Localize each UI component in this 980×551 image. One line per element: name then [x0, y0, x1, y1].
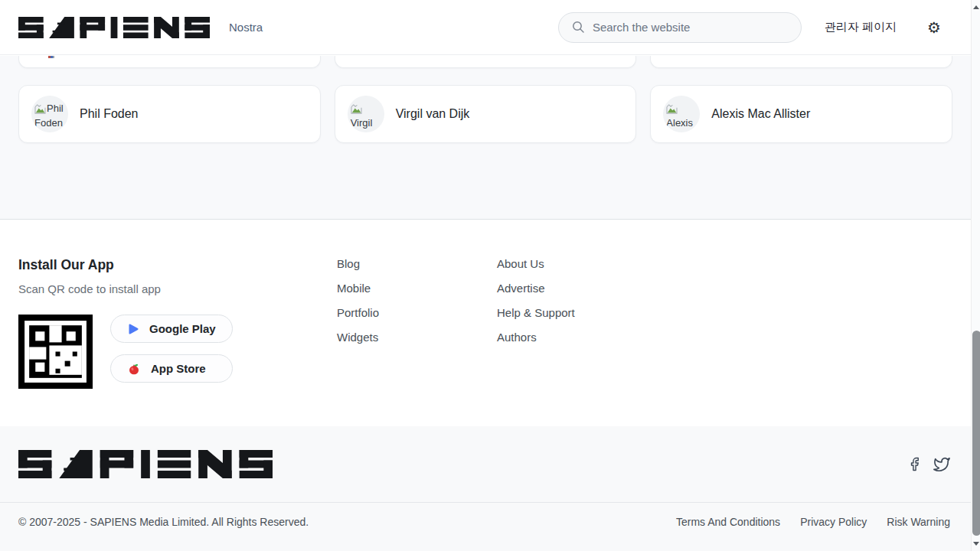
facebook-icon[interactable] — [907, 457, 922, 471]
footer-link-blog[interactable]: Blog — [337, 258, 497, 269]
footer-links-column-2: About Us Advertise Help & Support Author… — [497, 257, 657, 426]
player-name: Alexis Mac Allister — [711, 107, 810, 121]
card-partial[interactable] — [335, 56, 637, 68]
avatar: Phil Foden — [31, 96, 68, 132]
site-header: Nostra 관리자 페이지 ⚙ — [0, 0, 971, 55]
brand-suffix: Nostra — [229, 21, 263, 34]
sapiens-logo-icon — [18, 450, 273, 478]
footer-bottom-top-row — [0, 426, 971, 478]
sapiens-logo-icon — [18, 17, 210, 38]
player-card[interactable]: Phil Foden Phil Foden — [18, 85, 321, 143]
risk-link[interactable]: Risk Warning — [887, 516, 950, 528]
footer-link-authors[interactable]: Authors — [497, 331, 657, 343]
broken-image-icon — [351, 104, 362, 114]
terms-link[interactable]: Terms And Conditions — [676, 516, 780, 528]
app-store-button[interactable]: App Store — [110, 354, 233, 383]
footer-link-portfolio[interactable]: Portfolio — [337, 307, 497, 318]
player-name: Virgil van Dijk — [396, 107, 470, 121]
google-play-icon — [128, 324, 139, 334]
footer-link-widgets[interactable]: Widgets — [337, 331, 497, 343]
sapiens-logo[interactable] — [18, 17, 210, 38]
legal-links: Terms And Conditions Privacy Policy Risk… — [676, 516, 950, 528]
broken-image-icon — [34, 104, 46, 114]
broken-image-icon — [666, 104, 678, 114]
scroll-up-arrow-icon[interactable] — [973, 5, 979, 9]
qr-code — [18, 315, 93, 389]
footer-sapiens-logo[interactable] — [18, 450, 273, 478]
page: Nostra 관리자 페이지 ⚙ Phil Foden Phil Foden — [0, 0, 980, 551]
scrollbar-thumb[interactable] — [972, 331, 980, 536]
footer-main: Install Our App Scan QR code to install … — [0, 220, 971, 426]
clipped-avatar-sliver — [48, 56, 54, 58]
player-card[interactable]: Alexis Mac Allister Alexis Mac Allister — [650, 85, 952, 143]
install-app-block: Install Our App Scan QR code to install … — [18, 257, 337, 426]
cards-section: Phil Foden Phil Foden Virgil van Dijk Vi… — [0, 56, 971, 220]
social-links — [907, 456, 950, 473]
install-app-title: Install Our App — [18, 257, 337, 272]
footer-link-about[interactable]: About Us — [497, 258, 657, 269]
card-partial[interactable] — [18, 56, 321, 68]
install-app-row: Google Play App Store — [18, 315, 337, 389]
avatar-alt-text: Alexis Mac Allister — [666, 117, 696, 132]
footer-link-advertise[interactable]: Advertise — [497, 282, 657, 294]
scrollbar[interactable] — [971, 0, 980, 551]
partial-card-row — [18, 56, 952, 68]
scroll-down-arrow-icon[interactable] — [973, 542, 979, 546]
footer-links-column-1: Blog Mobile Portfolio Widgets — [337, 257, 497, 426]
footer-spacer — [657, 257, 952, 426]
gear-icon[interactable]: ⚙ — [927, 20, 941, 35]
player-card[interactable]: Virgil van Dijk Virgil van Dijk — [335, 85, 637, 143]
card-partial[interactable] — [650, 56, 952, 68]
store-buttons: Google Play App Store — [110, 315, 233, 383]
footer-link-help[interactable]: Help & Support — [497, 307, 657, 318]
admin-page-link[interactable]: 관리자 페이지 — [825, 20, 897, 34]
install-app-subtitle: Scan QR code to install app — [18, 283, 337, 295]
footer-legal-row: © 2007-2025 - SAPIENS Media Limited. All… — [0, 503, 971, 528]
avatar-alt-text: Virgil van Dijk — [351, 117, 373, 132]
apple-icon — [128, 363, 140, 375]
google-play-button[interactable]: Google Play — [110, 315, 233, 343]
avatar: Alexis Mac Allister — [663, 96, 700, 132]
player-card-row: Phil Foden Phil Foden Virgil van Dijk Vi… — [18, 85, 952, 143]
store-button-label: Google Play — [149, 322, 216, 335]
footer-link-mobile[interactable]: Mobile — [337, 282, 497, 294]
footer-bottom: © 2007-2025 - SAPIENS Media Limited. All… — [0, 426, 971, 551]
search-input[interactable] — [593, 21, 790, 34]
search-icon — [572, 21, 585, 34]
store-button-label: App Store — [151, 362, 206, 375]
avatar: Virgil van Dijk — [348, 96, 384, 132]
player-name: Phil Foden — [80, 107, 139, 121]
twitter-icon[interactable] — [933, 456, 950, 473]
search-bar[interactable] — [558, 12, 802, 43]
privacy-link[interactable]: Privacy Policy — [800, 516, 867, 528]
copyright-text: © 2007-2025 - SAPIENS Media Limited. All… — [18, 516, 309, 528]
